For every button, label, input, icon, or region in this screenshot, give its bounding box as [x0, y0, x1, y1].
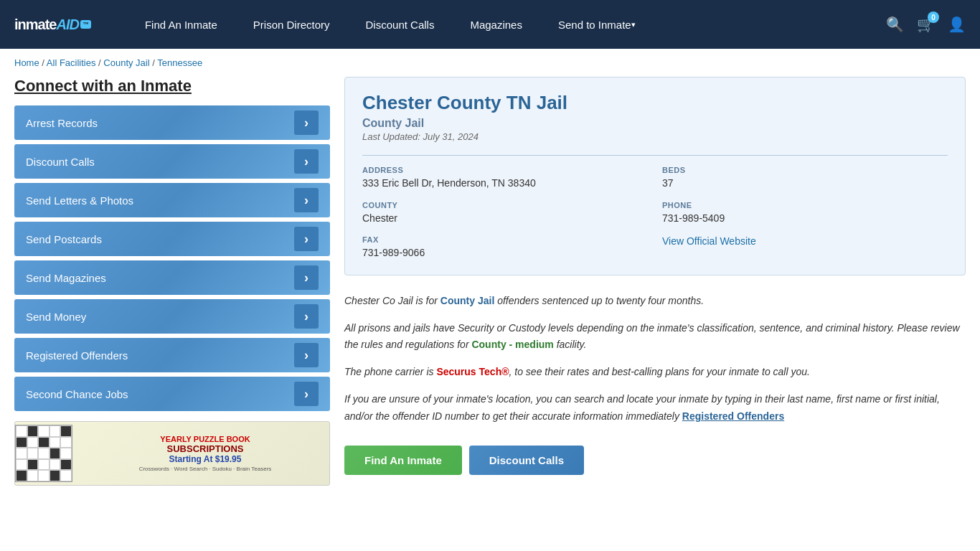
desc-para2-suffix: facility.: [554, 339, 587, 350]
site-header: inmateAID ™ Find An Inmate Prison Direct…: [0, 0, 980, 49]
breadcrumb-all-facilities[interactable]: All Facilities: [47, 57, 96, 68]
sidebar-btn-send-money[interactable]: Send Money ›: [14, 299, 330, 334]
sidebar-btn-send-letters[interactable]: Send Letters & Photos ›: [14, 183, 330, 217]
address-label: ADDRESS: [362, 166, 648, 174]
desc-para3-highlight: Securus Tech®: [436, 366, 509, 377]
sidebar-btn-label: Send Postcards: [26, 233, 102, 245]
breadcrumb-tennessee[interactable]: Tennessee: [157, 57, 202, 68]
chevron-right-icon: ›: [294, 382, 319, 406]
ad-line1: Yearly Puzzle Book: [81, 435, 329, 443]
address-value: 333 Eric Bell Dr, Henderson, TN 38340: [362, 176, 648, 191]
sidebar-btn-label: Send Letters & Photos: [26, 194, 133, 207]
desc-para4-highlight[interactable]: Registered Offenders: [682, 410, 784, 422]
ad-price: Starting At $19.95: [81, 454, 329, 464]
sidebar-btn-label: Arrest Records: [26, 117, 98, 129]
desc-para2: All prisons and jails have Security or C…: [344, 320, 966, 354]
content-area: Chester County TN Jail County Jail Last …: [344, 77, 966, 486]
sidebar-btn-send-postcards[interactable]: Send Postcards ›: [14, 222, 330, 256]
phone-value: 731-989-5409: [662, 212, 948, 226]
logo[interactable]: inmateAID ™: [14, 17, 91, 33]
sidebar-btn-label: Send Money: [26, 311, 86, 323]
breadcrumb: Home / All Facilities / County Jail / Te…: [0, 49, 980, 77]
facility-description: Chester Co Jail is for County Jail offen…: [344, 288, 966, 440]
user-icon[interactable]: 👤: [948, 16, 966, 33]
chevron-right-icon: ›: [294, 304, 319, 329]
desc-para3-prefix: The phone carrier is: [344, 366, 436, 377]
chevron-right-icon: ›: [294, 110, 319, 135]
nav-discount-calls[interactable]: Discount Calls: [348, 0, 453, 49]
desc-para2-highlight: County - medium: [471, 339, 553, 350]
county-value: Chester: [362, 212, 648, 226]
facility-updated: Last Updated: July 31, 2024: [362, 131, 948, 142]
desc-para1: Chester Co Jail is for County Jail offen…: [344, 293, 966, 310]
ad-banner[interactable]: Yearly Puzzle Book Subscriptions Startin…: [14, 421, 330, 486]
phone-field: PHONE 731-989-5409: [662, 201, 948, 226]
county-label: COUNTY: [362, 201, 648, 209]
discount-calls-button[interactable]: Discount Calls: [469, 446, 584, 475]
address-field: ADDRESS 333 Eric Bell Dr, Henderson, TN …: [362, 166, 648, 191]
facility-type: County Jail: [362, 117, 948, 130]
sidebar-btn-label: Send Magazines: [26, 272, 106, 284]
desc-para1-suffix: offenders sentenced up to twenty four mo…: [494, 295, 704, 306]
county-field: COUNTY Chester: [362, 201, 648, 226]
sidebar-btn-registered-offenders[interactable]: Registered Offenders ›: [14, 338, 330, 372]
cart-badge: 0: [928, 11, 939, 23]
desc-para4-prefix: If you are unsure of your inmate's locat…: [344, 393, 940, 422]
facility-card: Chester County TN Jail County Jail Last …: [344, 77, 966, 276]
cart-icon[interactable]: 🛒 0: [917, 16, 935, 33]
view-official-website-link[interactable]: View Official Website: [662, 235, 756, 247]
facility-divider: [362, 155, 948, 156]
sidebar-btn-label: Discount Calls: [26, 156, 95, 168]
chevron-right-icon: ›: [294, 265, 319, 290]
bottom-buttons: Find An Inmate Discount Calls: [344, 446, 966, 475]
find-inmate-button[interactable]: Find An Inmate: [344, 446, 462, 475]
logo-text: inmateAID: [14, 17, 79, 33]
desc-para3: The phone carrier is Securus Tech®, to s…: [344, 364, 966, 381]
sidebar-btn-second-chance-jobs[interactable]: Second Chance Jobs ›: [14, 377, 330, 411]
facility-info: ADDRESS 333 Eric Bell Dr, Henderson, TN …: [362, 166, 948, 260]
crossword-image: [15, 425, 72, 482]
nav-magazines[interactable]: Magazines: [452, 0, 540, 49]
sidebar-btn-label: Second Chance Jobs: [26, 388, 128, 400]
search-icon[interactable]: 🔍: [886, 16, 904, 33]
logo-badge: ™: [80, 20, 91, 29]
desc-para4: If you are unsure of your inmate's locat…: [344, 391, 966, 425]
chevron-right-icon: ›: [294, 343, 319, 367]
sidebar-btn-send-magazines[interactable]: Send Magazines ›: [14, 260, 330, 295]
desc-para2-prefix: All prisons and jails have Security or C…: [344, 322, 960, 351]
sidebar: Connect with an Inmate Arrest Records › …: [14, 77, 330, 486]
chevron-right-icon: ›: [294, 227, 319, 251]
sidebar-btn-arrest-records[interactable]: Arrest Records ›: [14, 105, 330, 140]
breadcrumb-county-jail[interactable]: County Jail: [103, 57, 149, 68]
nav-find-inmate[interactable]: Find An Inmate: [127, 0, 235, 49]
desc-para1-highlight: County Jail: [440, 295, 494, 306]
beds-value: 37: [662, 176, 948, 191]
fax-value: 731-989-9066: [362, 246, 648, 260]
main-nav: Find An Inmate Prison Directory Discount…: [127, 0, 864, 49]
website-field: View Official Website: [662, 235, 948, 260]
phone-label: PHONE: [662, 201, 948, 209]
ad-types: Crosswords · Word Search · Sudoku · Brai…: [81, 466, 329, 472]
beds-label: BEDS: [662, 166, 948, 174]
breadcrumb-home[interactable]: Home: [14, 57, 39, 68]
ad-text: Yearly Puzzle Book Subscriptions Startin…: [81, 435, 329, 473]
fax-field: FAX 731-989-9066: [362, 235, 648, 260]
beds-field: BEDS 37: [662, 166, 948, 191]
chevron-right-icon: ›: [294, 149, 319, 174]
sidebar-title: Connect with an Inmate: [14, 77, 330, 95]
main-container: Connect with an Inmate Arrest Records › …: [0, 77, 980, 500]
fax-label: FAX: [362, 235, 648, 244]
chevron-right-icon: ›: [294, 188, 319, 212]
desc-para1-prefix: Chester Co Jail is for: [344, 295, 440, 306]
header-actions: 🔍 🛒 0 👤: [886, 16, 966, 33]
sidebar-btn-discount-calls[interactable]: Discount Calls ›: [14, 144, 330, 179]
facility-title: Chester County TN Jail: [362, 92, 948, 114]
sidebar-btn-label: Registered Offenders: [26, 349, 128, 362]
desc-para3-suffix: , to see their rates and best-calling pl…: [509, 366, 810, 377]
nav-send-to-inmate[interactable]: Send to Inmate: [540, 0, 654, 49]
nav-prison-directory[interactable]: Prison Directory: [235, 0, 348, 49]
ad-line2: Subscriptions: [81, 443, 329, 455]
